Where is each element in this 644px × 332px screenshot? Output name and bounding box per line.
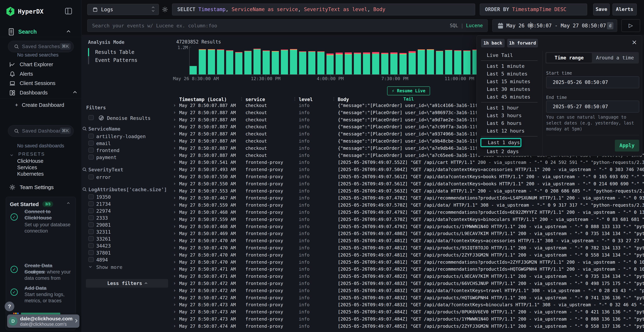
row-expand-icon[interactable]: › xyxy=(173,245,176,250)
row-expand-icon[interactable]: › xyxy=(173,102,176,108)
table-row[interactable]: ›May 27 8:50:07.470 AMfrontend-proxyinfo… xyxy=(172,258,644,266)
alerts-button[interactable]: Alerts xyxy=(612,4,637,16)
row-expand-icon[interactable]: › xyxy=(173,188,176,193)
row-expand-icon[interactable]: › xyxy=(173,273,176,279)
row-expand-icon[interactable]: › xyxy=(173,160,176,165)
checkbox[interactable] xyxy=(88,208,94,213)
show-more-toggle[interactable]: Show more xyxy=(88,264,167,272)
row-expand-icon[interactable]: › xyxy=(173,295,176,300)
sidebar-item-kubernetes[interactable]: Kubernetes xyxy=(17,171,44,177)
time-range-option[interactable]: Last 5 minutes xyxy=(477,70,542,78)
col-resize-handle[interactable]: ⋮ xyxy=(332,96,336,102)
checkbox[interactable] xyxy=(88,115,94,120)
table-row[interactable]: ›May 27 8:50:07.470 AMfrontend-proxyinfo… xyxy=(172,244,644,251)
checkbox[interactable] xyxy=(88,229,94,234)
live-tail-play-button[interactable]: ▷ xyxy=(622,19,640,32)
filter-value-checkbox[interactable]: 19350 xyxy=(88,194,167,201)
table-row[interactable]: ›May 27 8:50:07.559 AMfrontend-proxyinfo… xyxy=(172,202,644,208)
checkbox[interactable] xyxy=(88,250,94,255)
time-range-option[interactable]: Last 6 hours xyxy=(477,119,542,127)
checkbox[interactable] xyxy=(88,174,94,180)
create-dashboard-button[interactable]: + Create Dashboard xyxy=(0,101,82,110)
table-row[interactable]: ›May 27 8:50:07.550 AMfrontend-proxyinfo… xyxy=(172,173,644,180)
table-row[interactable]: ›May 27 8:50:07.472 AMfrontend-proxyinfo… xyxy=(172,287,644,294)
checkbox[interactable] xyxy=(88,243,94,248)
table-row[interactable]: ›May 27 8:50:07.493 AMfrontend-proxyinfo… xyxy=(172,166,644,173)
lang-sql-toggle[interactable]: SQL xyxy=(450,23,458,28)
help-button[interactable]: ? xyxy=(5,302,14,311)
table-row[interactable]: ›May 27 8:50:07.559 AMfrontend-proxyinfo… xyxy=(172,216,644,223)
chevron-up-icon[interactable] xyxy=(73,91,77,95)
checkbox[interactable] xyxy=(88,140,94,146)
tab-time-range[interactable]: Time range xyxy=(546,53,592,62)
table-row[interactable]: ›May 27 8:50:07.470 AMfrontend-proxyinfo… xyxy=(172,251,644,258)
time-range-option[interactable]: Last 12 hours xyxy=(477,127,542,135)
filter-value-checkbox[interactable]: 21734 xyxy=(88,201,167,208)
save-button[interactable]: Save xyxy=(593,4,610,16)
table-row[interactable]: ›May 27 8:50:07.473 AMfrontend-proxyinfo… xyxy=(172,301,644,308)
filter-value-checkbox[interactable]: 22974 xyxy=(88,208,167,215)
search-input[interactable]: Search your events w/ Lucene ex. column:… xyxy=(87,19,488,32)
row-expand-icon[interactable]: › xyxy=(173,323,176,328)
less-filters-button[interactable]: Less filters xyxy=(86,279,168,288)
row-expand-icon[interactable]: › xyxy=(173,238,176,243)
filter-value-checkbox[interactable]: 34423 xyxy=(88,243,167,250)
checkbox[interactable] xyxy=(88,148,94,152)
table-row[interactable]: ›May 27 8:50:07.474 AMfrontend-proxyinfo… xyxy=(172,322,644,330)
table-row[interactable]: ›May 27 8:50:07.471 AMfrontend-proxyinfo… xyxy=(172,272,644,280)
sidebar-item-services[interactable]: Services xyxy=(17,164,37,170)
table-row[interactable]: ›May 27 8:50:07.473 AMfrontend-proxyinfo… xyxy=(172,315,644,322)
checkbox[interactable] xyxy=(88,194,94,199)
presets-toggle[interactable]: PRESETS xyxy=(11,151,45,157)
row-expand-icon[interactable]: › xyxy=(173,252,176,258)
shift-back-button[interactable]: 1h back xyxy=(481,39,505,48)
row-expand-icon[interactable]: › xyxy=(173,117,176,122)
row-expand-icon[interactable]: › xyxy=(173,166,176,172)
sidebar-item-chart-explorer[interactable]: Chart Explorer xyxy=(0,60,82,69)
filter-value-checkbox[interactable]: payment xyxy=(88,154,167,161)
filter-value-checkbox[interactable]: 29081 xyxy=(88,222,167,229)
row-expand-icon[interactable]: › xyxy=(173,302,176,307)
tab-around-a-time[interactable]: Around a time xyxy=(592,53,638,62)
time-range-option[interactable]: Last 15 minutes xyxy=(477,78,542,85)
time-range-option[interactable]: Last 1 minute xyxy=(477,62,542,70)
date-range-input[interactable]: May 26 08:50:07 - May 27 08:50:07 d xyxy=(492,19,617,32)
row-expand-icon[interactable]: › xyxy=(173,209,176,215)
mode-event-patterns[interactable]: Event Patterns xyxy=(88,56,163,64)
sidebar-item-alerts[interactable]: Alerts xyxy=(0,70,82,78)
checkbox[interactable] xyxy=(88,201,94,206)
apply-button[interactable]: Apply xyxy=(615,140,639,152)
col-resize-handle[interactable]: ⋮ xyxy=(293,96,297,102)
row-expand-icon[interactable]: › xyxy=(173,259,176,264)
time-range-option[interactable]: Last 2 days xyxy=(477,148,542,155)
filter-value-checkbox[interactable]: 32311 xyxy=(88,229,167,236)
end-time-input[interactable]: 2025-05-27 08:50:07 xyxy=(546,101,639,112)
source-settings-gear-icon[interactable] xyxy=(162,6,168,12)
row-expand-icon[interactable]: › xyxy=(173,266,176,272)
sidebar-item-client-sessions[interactable]: Client Sessions xyxy=(0,79,82,88)
source-select[interactable]: Logs xyxy=(87,4,159,15)
col-level[interactable]: level xyxy=(299,97,313,102)
filter-value-checkbox[interactable]: frontend xyxy=(88,147,167,154)
row-expand-icon[interactable]: › xyxy=(173,138,176,144)
start-time-input[interactable]: 2025-05-26 08:50:07 xyxy=(546,76,639,88)
col-timestamp[interactable]: Timestamp (Local) xyxy=(179,97,227,102)
checkbox[interactable] xyxy=(88,154,94,160)
time-range-option[interactable]: Live Tail xyxy=(477,51,542,59)
table-row[interactable]: ›May 27 8:50:07.468 AMfrontend-proxyinfo… xyxy=(172,208,644,216)
filter-value-checkbox[interactable]: artillery-loadgen xyxy=(88,133,167,140)
table-row[interactable]: ›May 27 8:50:07.469 AMfrontend-proxyinfo… xyxy=(172,230,644,237)
row-expand-icon[interactable]: › xyxy=(173,309,176,314)
checkbox[interactable] xyxy=(88,236,94,241)
row-expand-icon[interactable]: › xyxy=(173,202,176,208)
table-row[interactable]: ›May 27 8:50:07.471 AMfrontend-proxyinfo… xyxy=(172,266,644,272)
col-resize-handle[interactable]: ⋮ xyxy=(239,96,244,102)
checkbox[interactable] xyxy=(88,222,94,227)
saved-searches-input[interactable]: Saved Searches ⌘K xyxy=(8,41,74,52)
row-expand-icon[interactable]: › xyxy=(173,181,176,186)
mode-results-table[interactable]: Results Table xyxy=(88,48,163,56)
sidebar-item-dashboards[interactable]: Dashboards xyxy=(0,88,82,97)
row-expand-icon[interactable]: › xyxy=(173,224,176,229)
chevron-up-icon[interactable] xyxy=(67,30,70,34)
time-range-option[interactable]: Last 1 days xyxy=(480,138,522,147)
